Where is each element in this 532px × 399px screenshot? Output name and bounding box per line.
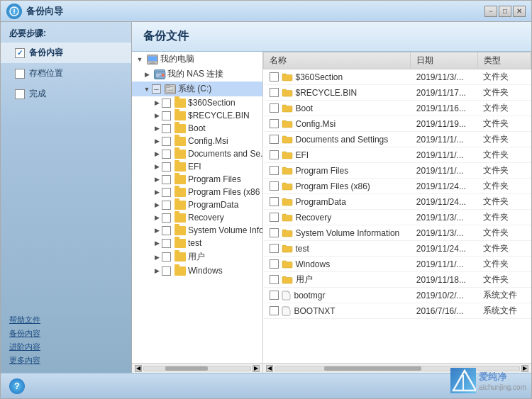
file-name-cell[interactable]: Recovery — [264, 210, 411, 225]
expander-recovery[interactable]: ▶ — [152, 213, 162, 223]
sidebar-item-storage-location[interactable]: 存档位置 — [1, 63, 131, 84]
checkbox-recovery[interactable] — [162, 213, 171, 223]
tree-scroll-track[interactable] — [143, 366, 251, 371]
scroll-right-btn[interactable]: ▶ — [253, 365, 260, 372]
file-name-cell[interactable]: $RECYCLE.BIN — [264, 85, 411, 101]
table-row[interactable]: EFI2019/11/1/...文件夹 — [264, 147, 531, 163]
file-name-cell[interactable]: System Volume Information — [264, 225, 411, 241]
checkbox-efi[interactable] — [162, 162, 171, 172]
checkbox-config[interactable] — [162, 137, 171, 146]
checkbox-progfiles-x86[interactable] — [162, 188, 171, 197]
tree-item-test[interactable]: ▶ test — [132, 237, 262, 249]
expander-windows[interactable]: ▶ — [152, 266, 162, 276]
expander-nas[interactable]: ▶ — [142, 69, 152, 79]
expander-docs[interactable]: ▶ — [152, 149, 162, 159]
table-row[interactable]: Program Files2019/11/1/...文件夹 — [264, 163, 531, 179]
checkbox-programdata[interactable] — [162, 201, 171, 210]
tree-item-progfiles-x86[interactable]: ▶ Program Files (x86 — [132, 186, 262, 198]
file-scroll-left-btn[interactable]: ◀ — [266, 365, 273, 372]
row-checkbox[interactable] — [270, 213, 279, 222]
file-name-cell[interactable]: $360Section — [264, 69, 411, 85]
table-row[interactable]: $RECYCLE.BIN2019/11/17...文件夹 — [264, 85, 531, 101]
row-checkbox[interactable] — [270, 197, 279, 206]
file-name-cell[interactable]: Documents and Settings — [264, 132, 411, 147]
file-name-cell[interactable]: Config.Msi — [264, 116, 411, 132]
expander-test[interactable]: ▶ — [152, 238, 162, 248]
table-row[interactable]: System Volume Information2019/11/3/...文件… — [264, 225, 531, 241]
tree-item-boot[interactable]: ▶ Boot — [132, 122, 262, 135]
expander-config[interactable]: ▶ — [152, 136, 162, 146]
file-name-cell[interactable]: bootmgr — [264, 288, 411, 303]
file-name-cell[interactable]: ProgramData — [264, 194, 411, 210]
restore-button[interactable]: □ — [499, 6, 511, 17]
file-name-cell[interactable]: Program Files (x86) — [264, 179, 411, 194]
table-row[interactable]: $360Section2019/11/3/...文件夹 — [264, 69, 531, 85]
table-row[interactable]: Boot2019/11/16...文件夹 — [264, 101, 531, 116]
expander-recycle[interactable]: ▶ — [152, 111, 162, 120]
file-scroll-thumb[interactable] — [324, 366, 422, 371]
close-button[interactable]: ✕ — [513, 6, 526, 17]
checkbox-sysvolume[interactable] — [162, 226, 171, 235]
expander-boot[interactable]: ▶ — [152, 123, 162, 133]
tree-item-my-computer[interactable]: ▼ 我的电脑 — [132, 52, 262, 67]
tree-scrollbar-bar[interactable]: ◀ ▶ — [132, 363, 263, 373]
table-row[interactable]: BOOTNXT2016/7/16/...系统文件 — [264, 303, 531, 319]
tree-panel[interactable]: ▼ 我的电脑 ▶ 我的 NAS 连接 — [132, 52, 263, 363]
row-checkbox[interactable] — [270, 244, 279, 253]
expander-progfiles[interactable]: ▶ — [152, 174, 162, 184]
table-row[interactable]: Config.Msi2019/11/19...文件夹 — [264, 116, 531, 132]
scroll-left-btn[interactable]: ◀ — [135, 365, 142, 372]
expander-users[interactable]: ▶ — [152, 252, 162, 262]
checkbox-recycle[interactable] — [162, 111, 171, 120]
help-link[interactable]: 帮助文件 — [6, 313, 126, 327]
tree-item-recycle[interactable]: ▶ $RECYCLE.BIN — [132, 109, 262, 122]
expander-my-computer[interactable]: ▼ — [135, 55, 145, 64]
tree-item-recovery[interactable]: ▶ Recovery — [132, 211, 262, 224]
table-row[interactable]: Recovery2019/11/3/...文件夹 — [264, 210, 531, 225]
tree-item-efi[interactable]: ▶ EFI — [132, 160, 262, 173]
file-name-cell[interactable]: BOOTNXT — [264, 303, 411, 319]
help-button[interactable]: ? — [9, 378, 25, 394]
backup-content-link[interactable]: 备份内容 — [6, 327, 126, 340]
more-link[interactable]: 更多内容 — [6, 354, 126, 367]
expander-sysvolume[interactable]: ▶ — [152, 225, 162, 235]
sidebar-item-backup-content[interactable]: ✓ 备份内容 — [1, 43, 131, 63]
minimize-button[interactable]: － — [484, 6, 497, 17]
file-name-cell[interactable]: test — [264, 241, 411, 257]
table-row[interactable]: 用户2019/11/18...文件夹 — [264, 272, 531, 288]
tree-scroll-thumb[interactable] — [165, 366, 208, 371]
expander-programdata[interactable]: ▶ — [152, 200, 162, 210]
expander-system-c[interactable]: ▼ — [142, 84, 152, 94]
file-name-cell[interactable]: Boot — [264, 101, 411, 116]
col-header-name[interactable]: 名称 — [264, 52, 411, 69]
table-row[interactable]: Program Files (x86)2019/11/24...文件夹 — [264, 179, 531, 194]
table-row[interactable]: test2019/11/24...文件夹 — [264, 241, 531, 257]
table-row[interactable]: bootmgr2019/10/2/...系统文件 — [264, 288, 531, 303]
checkbox-system-c[interactable]: ─ — [152, 84, 161, 94]
row-checkbox[interactable] — [270, 72, 279, 82]
tree-item-docs[interactable]: ▶ Documents and Se... — [132, 147, 262, 160]
row-checkbox[interactable] — [270, 306, 279, 315]
checkbox-boot[interactable] — [162, 124, 171, 133]
sidebar-item-complete[interactable]: 完成 — [1, 84, 131, 104]
tree-item-progfiles[interactable]: ▶ Program Files — [132, 173, 262, 186]
table-row[interactable]: ProgramData2019/11/24...文件夹 — [264, 194, 531, 210]
tree-item-system-c[interactable]: ▼ ─ 系统 (C:) — [132, 82, 262, 96]
tree-item-programdata[interactable]: ▶ ProgramData — [132, 198, 262, 211]
row-checkbox[interactable] — [270, 135, 279, 144]
table-row[interactable]: Documents and Settings2019/11/1/...文件夹 — [264, 132, 531, 147]
tree-item-360section[interactable]: ▶ $360Section — [132, 96, 262, 109]
row-checkbox[interactable] — [270, 166, 279, 175]
row-checkbox[interactable] — [270, 150, 279, 159]
file-name-cell[interactable]: 用户 — [264, 272, 411, 288]
advanced-link[interactable]: 进阶内容 — [6, 340, 126, 354]
col-header-type[interactable]: 类型 — [477, 52, 531, 69]
expander-360section[interactable]: ▶ — [152, 98, 162, 108]
file-name-cell[interactable]: Windows — [264, 257, 411, 272]
file-list-panel[interactable]: 名称 日期 类型 $360Section2019/11/3/...文件夹$REC… — [263, 52, 531, 363]
checkbox-windows[interactable] — [162, 266, 171, 276]
tree-item-users[interactable]: ▶ 用户 — [132, 249, 262, 264]
row-checkbox[interactable] — [270, 119, 279, 128]
checkbox-360section[interactable] — [162, 99, 171, 108]
row-checkbox[interactable] — [270, 228, 279, 237]
